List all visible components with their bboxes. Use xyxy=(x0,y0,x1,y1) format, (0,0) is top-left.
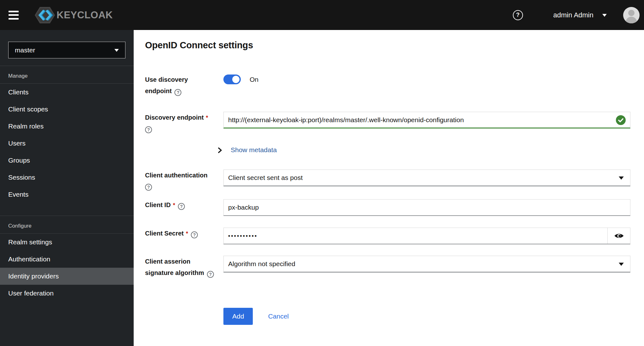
client-authentication-label: Client authentication xyxy=(145,170,223,191)
client-secret-label-text: Client Secret xyxy=(145,230,184,237)
nav-section-manage: Manage xyxy=(0,66,134,83)
brand-name: KEYCLOAK xyxy=(57,9,113,21)
use-discovery-field: On xyxy=(223,74,630,97)
client-secret-field xyxy=(223,228,630,244)
select-caret-icon xyxy=(619,263,624,268)
main-content: OpenID Connect settings Use discovery en… xyxy=(134,30,644,346)
help-question-icon[interactable] xyxy=(145,184,152,191)
sidebar-item-client-scopes[interactable]: Client scopes xyxy=(0,101,134,118)
show-metadata-link[interactable]: Show metadata xyxy=(231,146,277,154)
use-discovery-label: Use discovery endpoint xyxy=(145,74,223,97)
nav-group-configure: Realm settings Authentication Identity p… xyxy=(0,233,134,302)
assertion-label-line2: signature algorithm xyxy=(145,269,204,276)
sidebar-item-authentication[interactable]: Authentication xyxy=(0,251,134,268)
app-header: KEYCLOAK admin Admin xyxy=(0,0,644,30)
client-id-label: Client ID* xyxy=(145,199,223,216)
header-right: admin Admin xyxy=(513,7,644,23)
discovery-endpoint-label-text: Discovery endpoint xyxy=(145,114,204,121)
help-question-icon[interactable] xyxy=(174,89,181,96)
realm-selector-caret-icon xyxy=(114,49,119,54)
keycloak-logo: KEYCLOAK xyxy=(34,6,113,24)
discovery-endpoint-label: Discovery endpoint* xyxy=(145,112,223,133)
sidebar-item-users[interactable]: Users xyxy=(0,135,134,152)
avatar-body-icon xyxy=(626,17,637,23)
toggle-knob xyxy=(232,76,240,83)
page-title: OpenID Connect settings xyxy=(145,40,644,51)
keycloak-hexagon-icon xyxy=(34,6,55,24)
field-row-client-authentication: Client authentication Client secret sent… xyxy=(145,170,644,191)
client-authentication-label-text: Client authentication xyxy=(145,172,208,179)
field-row-use-discovery: Use discovery endpoint On xyxy=(145,74,644,97)
assertion-algorithm-label: Client asserion signature algorithm xyxy=(145,256,223,278)
sidebar-item-realm-settings[interactable]: Realm settings xyxy=(0,234,134,251)
realm-name: master xyxy=(15,46,35,54)
discovery-endpoint-field xyxy=(223,112,630,133)
use-discovery-toggle[interactable] xyxy=(223,75,241,84)
assertion-label-line1: Client asserion xyxy=(145,258,190,265)
discovery-endpoint-input[interactable] xyxy=(223,112,630,128)
client-id-field xyxy=(223,199,630,216)
select-caret-icon xyxy=(619,176,624,182)
required-asterisk: * xyxy=(173,202,175,208)
help-icon[interactable] xyxy=(513,10,523,20)
sidebar-item-events[interactable]: Events xyxy=(0,186,134,203)
avatar[interactable] xyxy=(623,7,640,23)
toggle-state-label: On xyxy=(250,76,258,83)
client-authentication-value: Client secret sent as post xyxy=(228,174,303,182)
client-secret-input[interactable] xyxy=(224,228,607,244)
show-secret-button[interactable] xyxy=(607,228,630,244)
field-row-client-id: Client ID* xyxy=(145,199,644,216)
metadata-expander: Show metadata xyxy=(217,146,644,154)
field-row-assertion-algorithm: Client asserion signature algorithm Algo… xyxy=(145,256,644,278)
avatar-head-icon xyxy=(628,10,635,16)
nav-section-configure: Configure xyxy=(0,216,134,233)
sidebar-item-realm-roles[interactable]: Realm roles xyxy=(0,118,134,135)
client-authentication-select[interactable]: Client secret sent as post xyxy=(223,170,630,186)
client-id-input[interactable] xyxy=(223,199,630,216)
help-question-icon[interactable] xyxy=(178,203,185,210)
add-button[interactable]: Add xyxy=(223,308,253,325)
field-row-client-secret: Client Secret* xyxy=(145,228,644,244)
required-asterisk: * xyxy=(206,115,208,121)
form-actions: Add Cancel xyxy=(223,308,644,325)
hamburger-menu-icon[interactable] xyxy=(9,10,21,21)
valid-check-icon xyxy=(616,115,626,126)
help-question-icon[interactable] xyxy=(207,271,214,278)
sidebar-item-groups[interactable]: Groups xyxy=(0,152,134,169)
assertion-algorithm-value: Algorithm not specified xyxy=(228,260,295,268)
user-menu-label[interactable]: admin Admin xyxy=(553,11,593,19)
chevron-right-icon[interactable] xyxy=(217,147,222,153)
help-question-icon[interactable] xyxy=(145,126,152,133)
sidebar-item-clients[interactable]: Clients xyxy=(0,84,134,101)
sidebar-item-user-federation[interactable]: User federation xyxy=(0,285,134,302)
use-discovery-label-line2: endpoint xyxy=(145,87,172,94)
client-secret-label: Client Secret* xyxy=(145,228,223,244)
client-id-label-text: Client ID xyxy=(145,201,171,208)
sidebar-item-identity-providers[interactable]: Identity providers xyxy=(0,268,134,285)
nav-group-manage: Clients Client scopes Realm roles Users … xyxy=(0,83,134,203)
sidebar-item-sessions[interactable]: Sessions xyxy=(0,169,134,186)
user-menu-caret-icon[interactable] xyxy=(602,14,607,19)
assertion-algorithm-select[interactable]: Algorithm not specified xyxy=(223,256,630,272)
required-asterisk: * xyxy=(186,230,188,237)
assertion-algorithm-field: Algorithm not specified xyxy=(223,256,630,278)
realm-selector[interactable]: master xyxy=(8,42,125,58)
help-question-icon[interactable] xyxy=(191,231,198,238)
use-discovery-label-line1: Use discovery xyxy=(145,76,188,83)
field-row-discovery-endpoint: Discovery endpoint* xyxy=(145,112,644,133)
sidebar: master Manage Clients Client scopes Real… xyxy=(0,30,134,346)
cancel-link[interactable]: Cancel xyxy=(268,313,289,320)
eye-icon xyxy=(614,232,624,240)
client-authentication-field: Client secret sent as post xyxy=(223,170,630,191)
